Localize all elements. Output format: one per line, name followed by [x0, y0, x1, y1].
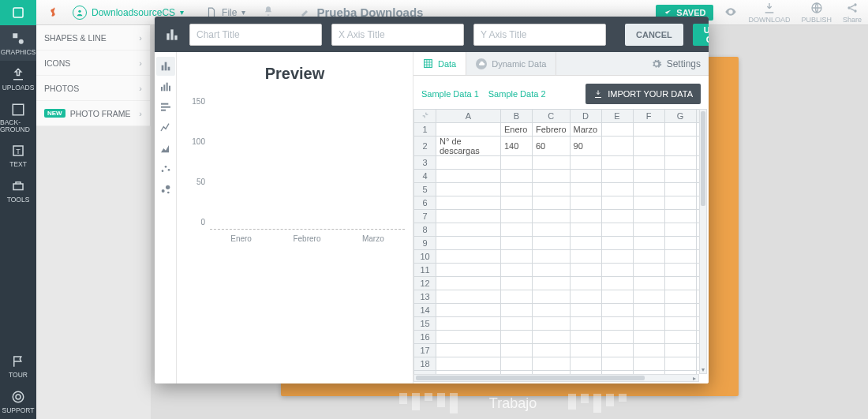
grid-cell[interactable]	[601, 344, 633, 357]
grid-cell[interactable]	[570, 250, 601, 264]
grid-cell[interactable]	[633, 223, 664, 237]
grid-cell[interactable]	[436, 357, 501, 371]
grid-cell[interactable]: 140	[501, 137, 533, 156]
y-axis-title-input[interactable]	[473, 24, 606, 46]
grid-cell[interactable]	[570, 277, 601, 290]
grid-cell[interactable]	[436, 210, 501, 223]
row-header[interactable]: 10	[414, 250, 436, 264]
column-header[interactable]: G	[664, 110, 696, 123]
update-chart-button[interactable]: UPDATE CHART	[693, 24, 709, 46]
scroll-right-icon[interactable]: ▸	[690, 375, 698, 381]
grid-cell[interactable]	[664, 304, 696, 317]
grid-cell[interactable]	[633, 250, 664, 264]
grid-cell[interactable]	[436, 304, 501, 317]
grid-cell[interactable]	[533, 250, 571, 264]
grid-cell[interactable]	[533, 290, 571, 304]
row-header[interactable]: 11	[414, 264, 436, 277]
grid-cell[interactable]	[570, 196, 601, 210]
grid-cell[interactable]	[664, 264, 696, 277]
chart-type-bar[interactable]	[156, 57, 175, 76]
row-header[interactable]: 18	[414, 357, 436, 371]
grid-cell[interactable]	[501, 331, 533, 344]
row-header[interactable]: 5	[414, 183, 436, 196]
column-header[interactable]: C	[533, 110, 571, 123]
row-header[interactable]: 16	[414, 331, 436, 344]
grid-cell[interactable]	[664, 210, 696, 223]
sample-data-2-link[interactable]: Sample Data 2	[488, 89, 546, 99]
tab-data[interactable]: Data	[413, 52, 466, 75]
grid-cell[interactable]	[501, 170, 533, 183]
grid-cell[interactable]	[664, 344, 696, 357]
column-header[interactable]: D	[570, 110, 601, 123]
grid-cell[interactable]	[601, 123, 633, 137]
grid-cell[interactable]	[664, 357, 696, 371]
chart-type-line[interactable]	[156, 118, 175, 137]
grid-cell[interactable]	[533, 170, 571, 183]
grid-cell[interactable]	[601, 223, 633, 237]
grid-cell[interactable]	[436, 277, 501, 290]
grid-cell[interactable]	[601, 264, 633, 277]
grid-cell[interactable]	[533, 156, 571, 170]
grid-corner[interactable]	[414, 110, 436, 123]
chart-type-scatter[interactable]	[156, 159, 175, 178]
grid-cell[interactable]	[633, 304, 664, 317]
grid-cell[interactable]	[633, 156, 664, 170]
grid-cell[interactable]	[633, 264, 664, 277]
column-header[interactable]: A	[436, 110, 501, 123]
grid-cell[interactable]	[436, 317, 501, 331]
cancel-button[interactable]: CANCEL	[625, 24, 683, 46]
grid-cell[interactable]	[436, 170, 501, 183]
grid-cell[interactable]	[570, 156, 601, 170]
horizontal-scrollbar[interactable]: ◂▸	[413, 374, 699, 382]
grid-cell[interactable]	[570, 317, 601, 331]
grid-cell[interactable]	[436, 156, 501, 170]
grid-cell[interactable]	[601, 170, 633, 183]
grid-cell[interactable]	[436, 264, 501, 277]
chart-type-bubble[interactable]	[156, 180, 175, 199]
grid-cell[interactable]	[570, 304, 601, 317]
row-header[interactable]: 12	[414, 277, 436, 290]
grid-cell[interactable]	[570, 237, 601, 250]
row-header[interactable]: 15	[414, 317, 436, 331]
grid-cell[interactable]	[664, 317, 696, 331]
x-axis-title-input[interactable]	[331, 24, 464, 46]
grid-cell[interactable]	[436, 223, 501, 237]
grid-cell[interactable]	[436, 331, 501, 344]
column-header[interactable]: F	[633, 110, 664, 123]
grid-cell[interactable]	[501, 304, 533, 317]
grid-cell[interactable]	[533, 331, 571, 344]
grid-cell[interactable]	[664, 183, 696, 196]
grid-cell[interactable]	[501, 156, 533, 170]
grid-cell[interactable]	[601, 304, 633, 317]
grid-cell[interactable]	[664, 250, 696, 264]
grid-cell[interactable]	[533, 317, 571, 331]
grid-cell[interactable]	[664, 223, 696, 237]
settings-button[interactable]: Settings	[643, 52, 709, 75]
grid-cell[interactable]	[501, 357, 533, 371]
grid-cell[interactable]	[533, 196, 571, 210]
grid-cell[interactable]	[570, 331, 601, 344]
row-header[interactable]: 1	[414, 123, 436, 137]
grid-cell[interactable]: Enero	[501, 123, 533, 137]
grid-cell[interactable]	[601, 290, 633, 304]
grid-cell[interactable]: N° de descargas	[436, 137, 501, 156]
column-header[interactable]: B	[501, 110, 533, 123]
chart-type-horizontal-bar[interactable]	[156, 98, 175, 117]
data-grid[interactable]: ABCDEFGH 1EneroFebreroMarzo2N° de descar…	[413, 109, 699, 374]
grid-cell[interactable]	[633, 170, 664, 183]
grid-cell[interactable]	[664, 170, 696, 183]
grid-cell[interactable]	[570, 264, 601, 277]
grid-cell[interactable]	[501, 183, 533, 196]
grid-cell[interactable]	[501, 277, 533, 290]
grid-cell[interactable]	[664, 196, 696, 210]
grid-cell[interactable]	[633, 237, 664, 250]
grid-cell[interactable]	[533, 237, 571, 250]
row-header[interactable]: 14	[414, 304, 436, 317]
grid-cell[interactable]	[501, 250, 533, 264]
grid-cell[interactable]	[533, 264, 571, 277]
scrollbar-thumb[interactable]	[701, 111, 705, 206]
grid-cell[interactable]	[633, 183, 664, 196]
grid-cell[interactable]	[633, 123, 664, 137]
grid-cell[interactable]	[501, 344, 533, 357]
grid-cell[interactable]	[533, 304, 571, 317]
